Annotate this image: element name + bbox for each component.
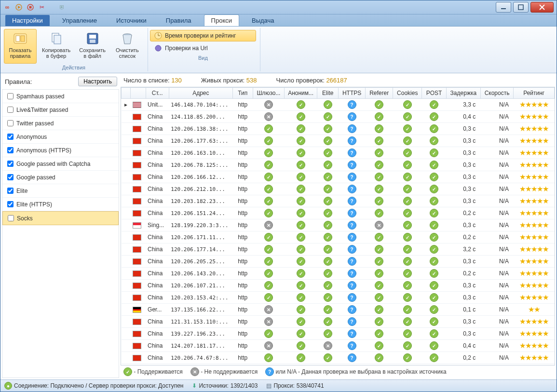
copy-button[interactable]: Копироватьв буфер	[39, 29, 74, 64]
table-row[interactable]: Sing...128.199.220.3:3...http✕✓✓?✕✓✓0,3 …	[122, 219, 555, 231]
rule-checkbox[interactable]	[7, 93, 14, 99]
ok-icon: ✓	[297, 317, 305, 326]
server-icon: ▤	[266, 382, 272, 389]
proxy-grid[interactable]: Ст...АдресТипШлюзо...Аноним...EliteHTTPS…	[121, 87, 555, 365]
q-icon: ?	[348, 221, 356, 230]
table-row[interactable]: China120.206.166.12...http✓✓✓?✓✓✓0,3 cN/…	[122, 171, 555, 183]
tab-4[interactable]: Прокси	[204, 14, 239, 26]
ok-icon: ✓	[297, 353, 305, 362]
rating-stars: ★★★★★	[519, 124, 548, 133]
ok-icon: ✓	[430, 112, 438, 121]
show-rules-button[interactable]: Показатьправила	[4, 29, 37, 64]
rule-label: Elite	[16, 188, 27, 194]
minimize-button[interactable]	[496, 2, 511, 13]
clear-button[interactable]: Очиститьсписок	[111, 29, 144, 64]
ok-icon: ✓	[264, 185, 273, 193]
svg-rect-12	[54, 35, 61, 44]
col-header[interactable]: HTTPS	[339, 88, 366, 99]
tab-5[interactable]: Выдача	[245, 15, 281, 26]
ok-icon: ✓	[297, 245, 305, 254]
col-header[interactable]: Задержка	[447, 88, 481, 99]
table-row[interactable]: China120.203.153.42:...http✓✓✓?✓✓✓0,3 cN…	[122, 292, 555, 304]
table-row[interactable]: China121.31.153.110:...http✕✓✓?✓✓✓0,3 cN…	[122, 316, 555, 328]
table-row[interactable]: China120.206.163.10...http✓✓✓?✓✓✓0,3 cN/…	[122, 147, 555, 159]
table-row[interactable]: ▸Unit...146.148.70.104:...http✕✓✓?✓✓✓3,3…	[122, 99, 555, 111]
table-row[interactable]: China124.118.85.200...http✕✓✓?✓✓✓0,4 cN/…	[122, 111, 555, 123]
table-row[interactable]: China139.227.196.23...http✓✓✓?✓✓✓0,3 cN/…	[122, 328, 555, 340]
col-header[interactable]: Тип	[232, 88, 253, 99]
rule-item[interactable]: Spamhaus passed	[2, 90, 119, 103]
rule-checkbox[interactable]	[7, 107, 14, 113]
col-header[interactable]: Аноним...	[285, 88, 317, 99]
table-row[interactable]: China120.206.177.63:...http✓✓✓?✓✓✓0,3 cN…	[122, 135, 555, 147]
ok-icon: ✓	[430, 185, 438, 193]
col-header[interactable]: Адрес	[169, 88, 232, 99]
tab-2[interactable]: Источники	[109, 15, 153, 26]
q-icon: ?	[348, 149, 356, 157]
col-header[interactable]	[122, 88, 131, 99]
rule-checkbox[interactable]	[7, 188, 14, 194]
col-header[interactable]	[131, 88, 146, 99]
rules-list[interactable]: Spamhaus passedLive&Twitter passedTwitte…	[2, 89, 119, 378]
table-row[interactable]: Ger...137.135.166.22...http✕✓✓?✓✓✓0,1 cN…	[122, 304, 555, 316]
alive-value: 538	[246, 77, 257, 84]
url-checks-button[interactable]: Проверки на Url	[150, 42, 256, 54]
tab-0[interactable]: Настройки	[5, 15, 50, 26]
col-header[interactable]: Шлюзо...	[253, 88, 284, 99]
rule-item[interactable]: Socks	[2, 211, 119, 225]
rule-checkbox[interactable]	[7, 174, 14, 180]
col-header[interactable]: Cookies	[393, 88, 422, 99]
save-button[interactable]: Сохранитьв файл	[76, 29, 109, 64]
close-button[interactable]	[530, 2, 554, 13]
col-header[interactable]: Ст...	[146, 88, 169, 99]
table-row[interactable]: China120.206.151.24...http✓✓✓?✓✓✓0,2 cN/…	[122, 207, 555, 219]
rule-item[interactable]: Live&Twitter passed	[2, 103, 119, 117]
rule-checkbox[interactable]	[8, 215, 14, 221]
rule-checkbox[interactable]	[7, 134, 14, 140]
ok-icon: ✓	[264, 245, 273, 254]
table-row[interactable]: China120.206.107.21...http✓✓✓?✓✓✓0,3 cN/…	[122, 280, 555, 292]
col-header[interactable]: Elite	[317, 88, 339, 99]
table-row[interactable]: China120.206.212.10...http✓✓✓?✓✓✓0,3 cN/…	[122, 183, 555, 195]
tab-1[interactable]: Управление	[55, 15, 104, 26]
col-header[interactable]: POST	[422, 88, 447, 99]
rule-item[interactable]: Anonymous	[2, 130, 119, 144]
rule-item[interactable]: Elite (HTTPS)	[2, 198, 119, 211]
table-row[interactable]: China120.206.171.11...http✓✓✓?✓✓✓0,2 cN/…	[122, 231, 555, 243]
table-row[interactable]: China120.206.177.14...http✓✓✓?✓✓✓3,2 cN/…	[122, 243, 555, 256]
col-header[interactable]: Рейтинг	[514, 88, 555, 99]
shield-icon[interactable]: ⛨	[58, 3, 66, 11]
rule-checkbox[interactable]	[7, 120, 14, 126]
rule-checkbox[interactable]	[7, 161, 14, 167]
table-row[interactable]: China120.206.138.38:...http✓✓✓?✓✓✓0,3 cN…	[122, 123, 555, 135]
play-icon[interactable]	[15, 3, 23, 11]
rule-item[interactable]: Anonymous (HTTPS)	[2, 144, 119, 157]
ok-icon: ✓	[375, 149, 383, 157]
rule-item[interactable]: Elite	[2, 184, 119, 198]
rule-checkbox[interactable]	[7, 147, 14, 153]
rule-checkbox[interactable]	[7, 201, 14, 207]
rule-item[interactable]: Google passed	[2, 171, 119, 184]
table-row[interactable]: China124.207.181.17...http✕✓✕?✓✓✓0,4 cN/…	[122, 340, 555, 352]
ok-icon: ✓	[375, 100, 383, 109]
table-row[interactable]: China120.206.143.20...http✓✓✓?✓✓✓0,2 cN/…	[122, 268, 555, 280]
flag-icon	[133, 258, 141, 265]
ok-icon: ✓	[430, 293, 438, 302]
time-rating-button[interactable]: Время проверки и рейтинг	[150, 30, 256, 41]
rule-item[interactable]: Google passed with Captcha	[2, 157, 119, 171]
tools-icon[interactable]: ✂	[38, 3, 46, 11]
table-row[interactable]: China120.206.74.67:8...http✓✓✓?✓✓✓0,2 cN…	[122, 352, 555, 364]
table-row[interactable]: China120.206.78.125:...http✓✓✓?✓✓✓0,3 cN…	[122, 159, 555, 171]
maximize-button[interactable]	[513, 2, 529, 13]
tab-3[interactable]: Правила	[159, 15, 198, 26]
copy-icon	[49, 31, 64, 46]
table-row[interactable]: China120.203.182.23...http✓✓✓?✓✓✓0,3 cN/…	[122, 195, 555, 207]
col-header[interactable]: Referer	[365, 88, 393, 99]
q-icon: ?	[348, 305, 356, 314]
configure-button[interactable]: Настроить	[78, 77, 117, 86]
rule-item[interactable]: Twitter passed	[2, 117, 119, 130]
table-row[interactable]: China120.206.205.25...http✓✓✓?✓✓✓0,3 cN/…	[122, 256, 555, 268]
col-header[interactable]: Скорость	[480, 88, 514, 99]
stop-icon[interactable]	[27, 3, 34, 11]
infinity-icon[interactable]: ∞	[3, 3, 11, 11]
